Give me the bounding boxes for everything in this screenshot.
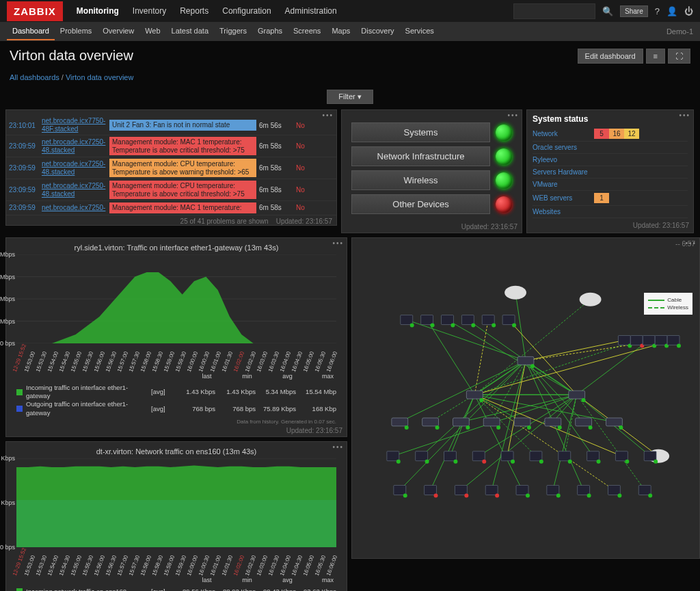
status-led-icon xyxy=(496,196,512,213)
svg-marker-6 xyxy=(16,272,336,343)
svg-point-130 xyxy=(648,493,652,497)
svg-line-19 xyxy=(474,320,488,395)
map-updated: -- 6:57 xyxy=(352,238,699,250)
problem-row[interactable]: 23:09:59net.brocade.icx7250-48.stackedMa… xyxy=(6,135,336,157)
widget-menu-icon[interactable]: ••• xyxy=(332,239,344,247)
svg-rect-133 xyxy=(630,335,643,345)
search-input[interactable] xyxy=(513,3,595,19)
logo[interactable]: ZABBIX xyxy=(7,1,63,21)
share-button[interactable]: Share xyxy=(620,5,648,17)
svg-point-80 xyxy=(435,425,440,430)
debug-label: Demo-1 xyxy=(667,27,693,36)
svg-point-68 xyxy=(431,324,435,328)
subnav-triggers[interactable]: Triggers xyxy=(214,23,252,40)
subnav-discovery[interactable]: Discovery xyxy=(355,23,399,40)
help-icon[interactable]: ? xyxy=(655,6,660,16)
status-row[interactable]: Wireless xyxy=(351,170,512,190)
sysstatus-row[interactable]: Network51612 xyxy=(533,127,688,142)
breadcrumb-current[interactable]: Virton data overview xyxy=(66,73,133,81)
status-row[interactable]: Systems xyxy=(351,122,512,142)
subnav-overview[interactable]: Overview xyxy=(97,23,139,40)
subnav-maps[interactable]: Maps xyxy=(326,23,355,40)
svg-line-16 xyxy=(427,320,475,395)
svg-rect-77 xyxy=(392,418,408,426)
status-row[interactable]: Network Infrastructure xyxy=(351,146,512,166)
sysstatus-row[interactable]: Oracle servers xyxy=(533,142,688,154)
svg-line-17 xyxy=(447,320,576,395)
search-icon[interactable]: 🔍 xyxy=(602,6,613,16)
topnav-reports[interactable]: Reports xyxy=(173,1,215,21)
svg-point-112 xyxy=(654,460,658,464)
sysstatus-row[interactable]: Ryleevo xyxy=(533,154,688,166)
breadcrumb-root[interactable]: All dashboards xyxy=(10,73,59,81)
logout-icon[interactable]: ⏻ xyxy=(684,6,693,16)
svg-point-104 xyxy=(539,460,543,464)
problem-row[interactable]: 23:09:59net.brocade.icx7250-48.stackedMa… xyxy=(6,179,336,201)
svg-point-94 xyxy=(396,460,401,464)
svg-line-40 xyxy=(431,395,475,490)
widget-menu-icon[interactable]: ••• xyxy=(322,111,334,119)
widget-menu-icon[interactable]: ••• xyxy=(332,443,344,451)
svg-rect-107 xyxy=(587,451,600,461)
widget-menu-icon[interactable]: ••• xyxy=(679,111,690,119)
subnav-graphs[interactable]: Graphs xyxy=(252,23,288,40)
topnav-inventory[interactable]: Inventory xyxy=(126,1,173,21)
svg-point-74 xyxy=(492,324,496,328)
sysstatus-row[interactable]: Servers Hardware xyxy=(533,166,688,179)
sysstatus-row[interactable]: VMware xyxy=(533,179,688,191)
subnav-problems[interactable]: Problems xyxy=(55,23,97,40)
status-led-icon xyxy=(496,148,512,165)
topbar: ZABBIX MonitoringInventoryReportsConfigu… xyxy=(0,0,700,22)
subnav-dashboard[interactable]: Dashboard xyxy=(7,23,55,40)
svg-rect-91 xyxy=(606,418,622,426)
svg-rect-113 xyxy=(394,486,406,495)
status-led-icon xyxy=(496,124,512,141)
svg-point-72 xyxy=(471,324,475,328)
svg-rect-73 xyxy=(482,315,494,325)
svg-point-61 xyxy=(582,398,586,402)
widget-menu-icon[interactable]: ••• xyxy=(507,111,519,119)
sysstatus-row[interactable]: WEB servers1 xyxy=(533,191,688,206)
user-icon[interactable]: 👤 xyxy=(667,6,677,16)
system-status-title: System status xyxy=(533,114,688,124)
problem-row[interactable]: 23:10:01net.brocade.icx7750-48F.stackedU… xyxy=(6,116,336,135)
svg-rect-111 xyxy=(644,451,656,461)
page-title: Virton data overview xyxy=(10,48,133,64)
topnav-monitoring[interactable]: Monitoring xyxy=(70,1,126,21)
sysstatus-row[interactable]: Websites xyxy=(533,206,688,218)
fullscreen-icon[interactable]: ⛶ xyxy=(668,49,690,64)
svg-point-114 xyxy=(403,493,407,497)
svg-point-63 xyxy=(580,293,602,306)
traffic-chart-2: ••• dt-xr.virton: Network traffic on ens… xyxy=(5,441,347,591)
svg-rect-95 xyxy=(416,451,428,461)
network-map[interactable] xyxy=(366,252,686,544)
sub-nav: DashboardProblemsOverviewWebLatest dataT… xyxy=(0,22,700,41)
svg-rect-87 xyxy=(545,418,561,426)
top-nav: MonitoringInventoryReportsConfigurationA… xyxy=(70,1,344,21)
subnav-screens[interactable]: Screens xyxy=(288,23,326,40)
problem-row[interactable]: 23:09:59net.brocade.icx7250-Management m… xyxy=(6,201,336,215)
subnav-services[interactable]: Services xyxy=(400,23,440,40)
svg-rect-58 xyxy=(466,391,483,399)
edit-dashboard-button[interactable]: Edit dashboard xyxy=(578,49,643,64)
problems-summary: 25 of 41 problems are shown xyxy=(180,218,269,225)
breadcrumb: All dashboards / Virton data overview xyxy=(0,70,700,87)
svg-rect-135 xyxy=(643,335,655,345)
svg-rect-103 xyxy=(530,451,542,461)
status-row[interactable]: Other Devices xyxy=(351,194,512,214)
filter-button[interactable]: Filter ▾ xyxy=(327,90,373,104)
svg-rect-56 xyxy=(517,356,534,365)
widget-menu-icon[interactable]: ••• xyxy=(685,239,697,247)
svg-rect-75 xyxy=(502,315,515,325)
svg-rect-121 xyxy=(516,486,528,495)
subnav-latest-data[interactable]: Latest data xyxy=(166,23,214,40)
svg-point-128 xyxy=(617,493,621,497)
subnav-web[interactable]: Web xyxy=(139,23,165,40)
problem-row[interactable]: 23:09:59net.brocade.icx7250-48.stackedMa… xyxy=(6,157,336,179)
topnav-configuration[interactable]: Configuration xyxy=(215,1,278,21)
menu-icon[interactable]: ≡ xyxy=(646,49,665,64)
svg-rect-105 xyxy=(558,451,571,461)
topnav-administration[interactable]: Administration xyxy=(278,1,344,21)
svg-rect-65 xyxy=(401,315,413,325)
chart-note: Data from history. Generated in 0.07 sec… xyxy=(16,419,336,425)
